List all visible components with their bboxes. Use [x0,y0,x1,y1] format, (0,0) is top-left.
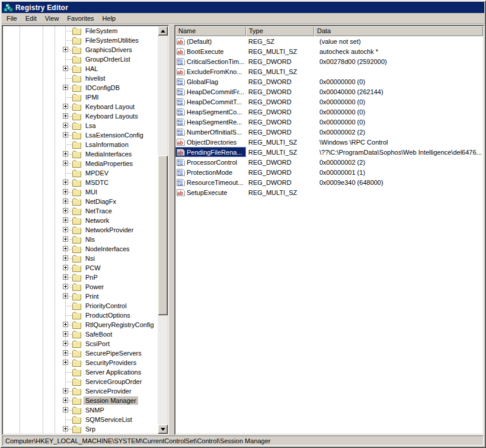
value-name-cell[interactable]: abBootExecute [175,46,246,56]
expand-plus-icon[interactable] [63,246,68,251]
value-row-objectdirectories[interactable]: abObjectDirectoriesREG_MULTI_SZ\Windows … [175,137,483,147]
tree-item-power[interactable]: Power [3,282,158,292]
tree-item-print[interactable]: Print [3,292,158,301]
expand-plus-icon[interactable] [63,426,68,431]
expand-plus-icon[interactable] [63,199,68,204]
tree-item-networkprovider[interactable]: NetworkProvider [3,225,158,235]
expand-plus-icon[interactable] [63,407,68,412]
tree-item-filesystem[interactable]: FileSystem [3,26,158,36]
tree-item-securityproviders[interactable]: SecurityProviders [3,358,158,367]
tree-item-grouporderlist[interactable]: GroupOrderList [3,55,158,64]
tree-item-nsi[interactable]: Nsi [3,254,158,263]
value-row-numberofinitials[interactable]: 011110NumberOfInitialS...REG_DWORD0x0000… [175,127,483,137]
value-name-cell[interactable]: 011110CriticalSectionTim... [175,56,246,66]
expand-plus-icon[interactable] [63,331,68,337]
scrollbar-thumb[interactable] [158,155,168,315]
tree-item-safeboot[interactable]: SafeBoot [3,329,158,339]
expand-plus-icon[interactable] [63,398,68,403]
tree-item-lsainformation[interactable]: LsaInformation [3,140,158,149]
tree-item-prioritycontrol[interactable]: PriorityControl [3,301,158,311]
tree-item-pnp[interactable]: PnP [3,273,158,282]
value-name-cell[interactable]: 011110HeapDeCommitT... [175,97,246,107]
value-name-cell[interactable]: 011110NumberOfInitialS... [175,127,246,137]
expand-plus-icon[interactable] [63,66,68,71]
tree-item-pcw[interactable]: PCW [3,263,158,273]
tree-item-nls[interactable]: Nls [3,235,158,244]
value-row-heapdecommitfr[interactable]: 011110HeapDeCommitFr...REG_DWORD0x000400… [175,87,483,97]
tree-item-keyboard-layout[interactable]: Keyboard Layout [3,102,158,111]
expand-plus-icon[interactable] [63,132,68,137]
value-row-criticalsectiontim[interactable]: 011110CriticalSectionTim...REG_DWORD0x00… [175,56,483,66]
expand-plus-icon[interactable] [63,217,68,223]
value-row-heapsegmentre[interactable]: 011110HeapSegmentRe...REG_DWORD0x0000000… [175,117,483,127]
expand-plus-icon[interactable] [63,161,68,166]
tree-item-mediainterfaces[interactable]: MediaInterfaces [3,149,158,159]
expand-plus-icon[interactable] [63,208,68,213]
expand-plus-icon[interactable] [63,322,68,327]
expand-plus-icon[interactable] [63,151,68,156]
tree-item-securepipeservers[interactable]: SecurePipeServers [3,348,158,358]
tree-item-serviceprovider[interactable]: ServiceProvider [3,386,158,396]
column-header-data[interactable]: Data [314,26,483,36]
value-name-cell[interactable]: abPendingFileRena... [175,147,246,157]
expand-plus-icon[interactable] [63,189,68,194]
value-name-cell[interactable]: 011110ResourceTimeout... [175,177,246,187]
title-bar[interactable]: Registry Editor [2,2,484,13]
scrollbar-track[interactable] [158,36,168,424]
expand-plus-icon[interactable] [63,360,68,365]
tree-item-sqmservicelist[interactable]: SQMServiceList [3,415,158,424]
column-header-type[interactable]: Type [246,26,314,36]
tree-item-filesystemutilities[interactable]: FileSystemUtilities [3,36,158,45]
value-name-cell[interactable]: 011110ProtectionMode [175,167,246,177]
column-header-name[interactable]: Name [175,26,246,36]
tree-item-snmp[interactable]: SNMP [3,405,158,415]
tree-item-productoptions[interactable]: ProductOptions [3,311,158,320]
tree-item-graphicsdrivers[interactable]: GraphicsDrivers [3,45,158,55]
value-name-cell[interactable]: abExcludeFromKno... [175,66,246,76]
menu-view[interactable]: View [41,14,63,24]
expand-plus-icon[interactable] [63,388,68,393]
tree-item-mpdev[interactable]: MPDEV [3,168,158,178]
tree-item-hal[interactable]: HAL [3,64,158,73]
tree-item-mui[interactable]: MUI [3,187,158,197]
expand-plus-icon[interactable] [63,47,68,52]
value-name-cell[interactable]: 011110GlobalFlag [175,76,246,87]
value-name-cell[interactable]: 011110ProcessorControl [175,157,246,167]
value-row-heapsegmentco[interactable]: 011110HeapSegmentCo...REG_DWORD0x0000000… [175,107,483,117]
tree-vertical-scrollbar[interactable] [158,26,168,434]
value-row-resourcetimeout[interactable]: 011110ResourceTimeout...REG_DWORD0x0009e… [175,177,483,187]
expand-plus-icon[interactable] [63,180,68,185]
expand-plus-icon[interactable] [63,113,68,119]
pane-splitter[interactable] [169,25,174,435]
tree-item-idconfigdb[interactable]: IDConfigDB [3,83,158,92]
tree-item-mediaproperties[interactable]: MediaProperties [3,159,158,168]
value-name-cell[interactable]: abSetupExecute [175,187,246,197]
menu-edit[interactable]: Edit [21,14,41,24]
tree-item-nodeinterfaces[interactable]: NodeInterfaces [3,244,158,254]
expand-plus-icon[interactable] [63,350,68,356]
expand-plus-icon[interactable] [63,293,68,299]
tree-item-lsaextensionconfig[interactable]: LsaExtensionConfig [3,130,158,140]
expand-plus-icon[interactable] [63,236,68,242]
tree-item-rtlqueryregistryconfig[interactable]: RtlQueryRegistryConfig [3,320,158,329]
value-name-cell[interactable]: ab(Default) [175,36,246,46]
value-row-excludefromkno[interactable]: abExcludeFromKno...REG_MULTI_SZ [175,66,483,76]
expand-plus-icon[interactable] [63,265,68,270]
scroll-up-button[interactable] [158,26,168,36]
expand-plus-icon[interactable] [63,284,68,289]
tree-item-servicegrouporder[interactable]: ServiceGroupOrder [3,377,158,386]
value-row-pendingfilerena[interactable]: abPendingFileRena...REG_MULTI_SZ\??\C:\P… [175,147,483,157]
value-row-globalflag[interactable]: 011110GlobalFlagREG_DWORD0x00000000 (0) [175,76,483,87]
expand-plus-icon[interactable] [63,85,68,90]
tree-item-netdiagfx[interactable]: NetDiagFx [3,197,158,206]
value-row-protectionmode[interactable]: 011110ProtectionModeREG_DWORD0x00000001 … [175,167,483,177]
tree-item-scsiport[interactable]: ScsiPort [3,339,158,348]
tree-item-session-manager[interactable]: Session Manager [3,396,158,405]
value-row-setupexecute[interactable]: abSetupExecuteREG_MULTI_SZ [175,187,483,197]
tree-item-keyboard-layouts[interactable]: Keyboard Layouts [3,111,158,121]
menu-help[interactable]: Help [98,14,120,24]
expand-plus-icon[interactable] [63,227,68,232]
value-row-default[interactable]: ab(Default)REG_SZ(value not set) [175,36,483,46]
expand-plus-icon[interactable] [63,341,68,346]
tree-item-msdtc[interactable]: MSDTC [3,178,158,187]
